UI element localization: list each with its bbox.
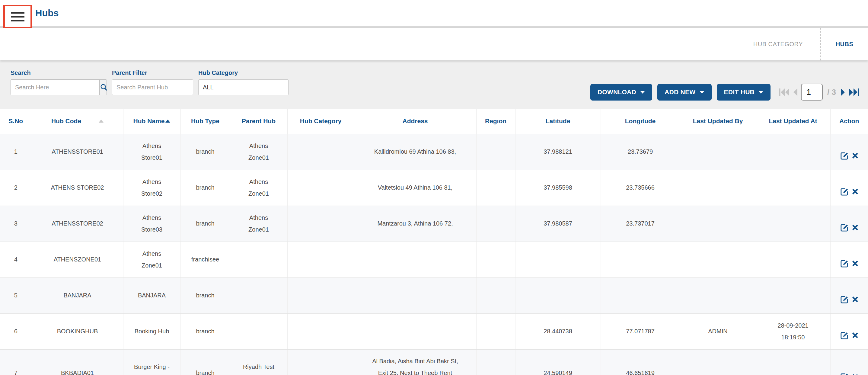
cell-hub-code: ATHENSSTORE02: [32, 206, 123, 241]
cell-hub-type: branch: [181, 206, 230, 241]
first-page-button[interactable]: [779, 88, 789, 96]
delete-row-icon[interactable]: [852, 260, 858, 267]
cell-last-updated-at: [756, 349, 830, 375]
previous-page-button[interactable]: [793, 88, 798, 96]
delete-row-icon[interactable]: [852, 189, 858, 195]
next-page-button[interactable]: [840, 88, 845, 96]
cell-region: [476, 241, 515, 278]
cell-latitude: [515, 241, 600, 278]
cell-hub-name: Burger King - Badia: [123, 349, 181, 375]
col-header-hub-name[interactable]: Hub Name: [123, 109, 181, 134]
parent-filter-group: Parent Filter: [112, 69, 193, 109]
cell-hub-code: BKBADIA01: [32, 349, 123, 375]
hub-category-select[interactable]: ALL: [198, 79, 288, 95]
cell-last-updated-by: [680, 349, 756, 375]
cell-last-updated-by: [680, 170, 756, 206]
cell-address: [354, 313, 476, 349]
chevron-right-icon: [840, 88, 845, 96]
download-button[interactable]: DOWNLOAD: [590, 84, 652, 100]
cell-longitude: 23.735666: [600, 170, 680, 206]
cell-sno: 7: [0, 349, 32, 375]
search-button[interactable]: [99, 80, 107, 95]
sort-asc-icon[interactable]: [165, 120, 170, 123]
cell-region: [476, 349, 515, 375]
delete-row-icon[interactable]: [852, 374, 858, 375]
parent-filter-label: Parent Filter: [112, 69, 193, 77]
table-row: 3ATHENSSTORE02Athens Store03branchAthens…: [0, 206, 868, 241]
delete-row-icon[interactable]: [852, 152, 858, 159]
cell-last-updated-at: [756, 241, 830, 278]
cell-last-updated-by: [680, 278, 756, 313]
edit-row-icon[interactable]: [840, 259, 849, 268]
cell-hub-name: BANJARA: [123, 278, 181, 313]
sort-asc-icon[interactable]: [99, 120, 103, 123]
filters-group: Search Parent Filter Hub Category ALL: [10, 69, 288, 109]
col-header-parent-hub: Parent Hub: [230, 109, 287, 134]
delete-row-icon[interactable]: [852, 332, 858, 339]
hamburger-menu-button[interactable]: [3, 5, 32, 28]
search-input[interactable]: [11, 80, 99, 95]
cell-parent-hub: Athens Zone01: [230, 170, 287, 206]
pagination: / 3: [779, 84, 860, 100]
page-total-label: / 3: [827, 88, 836, 97]
cell-last-updated-by: [680, 134, 756, 170]
cell-hub-code: ATHENSZONE01: [32, 241, 123, 278]
cell-sno: 3: [0, 206, 32, 241]
cell-hub-category: [287, 349, 354, 375]
cell-latitude: 28.440738: [515, 313, 600, 349]
cell-address: Al Badia, Aisha Bint Abi Bakr St, Exit 2…: [354, 349, 476, 375]
cell-parent-hub: Athens Zone01: [230, 206, 287, 241]
cell-address: [354, 241, 476, 278]
hubs-table: S.No Hub Code Hub Name Hub Type Parent H…: [0, 109, 868, 375]
cell-last-updated-at: 28-09-2021 18:19:50: [756, 313, 830, 349]
edit-row-icon[interactable]: [840, 295, 849, 304]
col-header-longitude: Longitude: [600, 109, 680, 134]
cell-region: [476, 313, 515, 349]
cell-address: Kallidromiou 69 Athina 106 83,: [354, 134, 476, 170]
cell-region: [476, 206, 515, 241]
delete-row-icon[interactable]: [852, 224, 858, 231]
edit-row-icon[interactable]: [840, 373, 849, 375]
col-header-sno: S.No: [0, 109, 32, 134]
cell-parent-hub: Athens Zone01: [230, 134, 287, 170]
cell-latitude: 37.980587: [515, 206, 600, 241]
cell-action: [830, 313, 868, 349]
cell-last-updated-at: [756, 206, 830, 241]
cell-hub-code: BANJARA: [32, 278, 123, 313]
edit-row-icon[interactable]: [840, 151, 849, 160]
parent-hub-input[interactable]: [112, 79, 193, 95]
caret-down-icon: [758, 91, 763, 94]
page-title: Hubs: [35, 8, 59, 19]
cell-action: [830, 206, 868, 241]
add-new-button[interactable]: ADD NEW: [657, 84, 711, 100]
cell-last-updated-at: [756, 170, 830, 206]
cell-sno: 5: [0, 278, 32, 313]
cell-sno: 4: [0, 241, 32, 278]
tab-hubs[interactable]: HUBS: [821, 28, 868, 60]
cell-address: Mantzarou 3, Athina 106 72,: [354, 206, 476, 241]
add-new-button-label: ADD NEW: [664, 88, 695, 96]
cell-hub-code: ATHENS STORE02: [32, 170, 123, 206]
page-number-input[interactable]: [801, 84, 823, 100]
filter-toolbar-section: Search Parent Filter Hub Category ALL: [0, 60, 868, 109]
cell-last-updated-at: [756, 134, 830, 170]
edit-hub-button[interactable]: EDIT HUB: [717, 84, 771, 100]
edit-row-icon[interactable]: [840, 188, 849, 196]
cell-hub-category: [287, 170, 354, 206]
edit-row-icon[interactable]: [840, 331, 849, 340]
tab-hub-category[interactable]: HUB CATEGORY: [736, 28, 820, 60]
cell-latitude: 37.988121: [515, 134, 600, 170]
cell-hub-category: [287, 241, 354, 278]
cell-hub-name: Athens Store01: [123, 134, 181, 170]
col-header-hub-type: Hub Type: [181, 109, 230, 134]
hamburger-icon: [11, 12, 25, 13]
col-header-region: Region: [476, 109, 515, 134]
col-header-hub-code[interactable]: Hub Code: [32, 109, 123, 134]
cell-hub-code: BOOKINGHUB: [32, 313, 123, 349]
last-page-button[interactable]: [849, 88, 860, 96]
skip-to-last-icon: [849, 88, 860, 96]
cell-sno: 6: [0, 313, 32, 349]
cell-region: [476, 278, 515, 313]
delete-row-icon[interactable]: [852, 296, 858, 302]
edit-row-icon[interactable]: [840, 224, 849, 232]
